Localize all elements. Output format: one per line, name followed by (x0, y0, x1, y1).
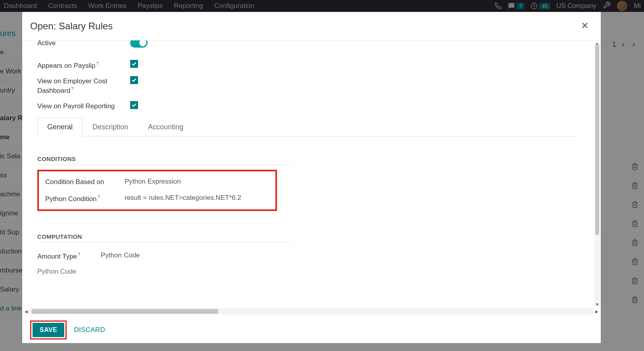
vertical-scrollbar[interactable]: ▲ ▼ (594, 42, 600, 306)
save-button[interactable]: SAVE (33, 323, 64, 337)
scrollbar-thumb[interactable] (32, 309, 218, 314)
checkbox-employer-cost[interactable] (130, 76, 138, 84)
conditions-highlight: Condition Based on Python Expression Pyt… (37, 170, 277, 211)
scroll-area: Active Appears on Payslip? View on Emplo… (22, 40, 594, 307)
scroll-left-icon[interactable]: ◀ (25, 308, 28, 315)
tab-accounting[interactable]: Accounting (138, 118, 193, 136)
label-condition-based: Condition Based on (45, 177, 125, 187)
scrollbar-thumb[interactable] (595, 44, 599, 235)
checkbox-appears-payslip[interactable] (130, 60, 138, 68)
value-python-condition[interactable]: result = rules.NET>categories.NET*6.2 (125, 193, 241, 202)
help-icon[interactable]: ? (96, 61, 98, 66)
scroll-down-icon[interactable]: ▼ (594, 302, 600, 307)
modal-footer: SAVE DISCARD (22, 317, 601, 343)
label-python-condition: Python Condition? (45, 193, 125, 204)
tab-general[interactable]: General (37, 118, 83, 136)
form-tabs: General Description Accounting (37, 117, 578, 136)
help-icon[interactable]: ? (78, 252, 80, 257)
help-icon[interactable]: ? (71, 86, 73, 91)
close-icon[interactable] (580, 21, 590, 32)
horizontal-scrollbar[interactable]: ◀ ▶ (29, 308, 594, 315)
save-highlight: SAVE (30, 320, 67, 339)
value-condition-based[interactable]: Python Expression (125, 177, 181, 186)
label-appears-payslip: Appears on Payslip? (37, 60, 130, 71)
discard-button[interactable]: DISCARD (74, 326, 105, 334)
modal-title: Open: Salary Rules (30, 21, 113, 32)
section-computation-title: COMPUTATION (37, 233, 291, 243)
toggle-active[interactable] (130, 40, 148, 48)
checkbox-payroll-reporting[interactable] (130, 101, 138, 109)
section-conditions-title: CONDITIONS (37, 155, 291, 165)
label-amount-type: Amount Type? (37, 251, 101, 261)
label-active: Active (37, 40, 130, 48)
help-icon[interactable]: ? (97, 194, 100, 199)
modal-header: Open: Salary Rules (22, 12, 601, 40)
modal-dialog: Open: Salary Rules Active Appears on Pay… (22, 12, 601, 343)
tab-description[interactable]: Description (83, 118, 138, 136)
label-employer-cost: View on Employer Cost Dashboard? (37, 76, 130, 96)
label-payroll-reporting: View on Payroll Reporting (37, 101, 130, 111)
label-python-code: Python Code (37, 267, 101, 276)
modal-body: Active Appears on Payslip? View on Emplo… (22, 40, 601, 317)
value-amount-type[interactable]: Python Code (101, 251, 140, 259)
scroll-right-icon[interactable]: ▶ (595, 308, 598, 315)
